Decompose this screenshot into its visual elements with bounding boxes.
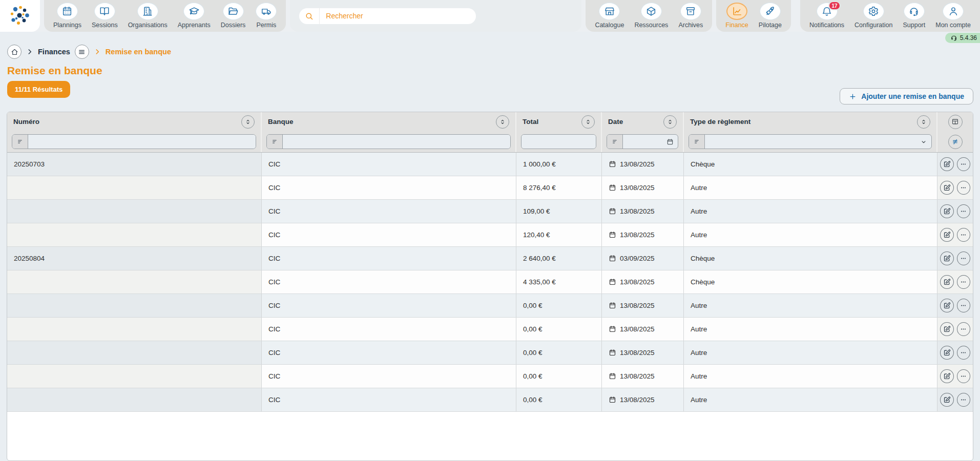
edit-row-button[interactable] [940,299,954,312]
column-settings-button[interactable] [948,115,963,129]
edit-row-button[interactable] [940,322,954,336]
nav-label: Catalogue [595,22,624,29]
cell-type: Chèque [684,247,937,270]
calendar-icon [609,278,616,286]
clear-filters-button[interactable] [948,135,963,149]
row-more-button[interactable] [957,346,971,360]
row-more-button[interactable] [957,393,971,407]
cell-numero [7,270,262,294]
chevron-down-icon[interactable] [916,135,931,149]
top-navigation-bar: Plannings Sessions Organisations Apprena… [0,0,980,32]
sort-numero-button[interactable] [241,115,255,129]
filter-menu-icon[interactable] [267,135,283,149]
row-more-button[interactable] [957,369,971,383]
results-count-badge: 11/11 Résultats [7,81,70,98]
nav-group-catalogue: Catalogue Ressources Archives [586,0,712,32]
column-label: Date [608,118,623,125]
filter-banque-input[interactable] [283,135,510,149]
app-logo[interactable] [0,0,40,32]
nav-item-catalogue[interactable]: Catalogue [590,0,629,32]
filter-menu-icon[interactable] [607,135,623,149]
user-icon [948,6,959,17]
edit-row-button[interactable] [940,393,954,407]
table-row: 20250804CIC2 640,00 €03/09/2025Chèque [7,247,973,270]
nav-item-configuration[interactable]: Configuration [849,0,898,32]
row-more-button[interactable] [957,252,971,265]
nav-item-notifications[interactable]: 17 Notifications [804,0,849,32]
row-more-button[interactable] [957,204,971,218]
filter-menu-icon[interactable] [689,135,705,149]
nav-item-organisations[interactable]: Organisations [123,0,173,32]
calendar-icon [609,255,616,262]
edit-row-button[interactable] [940,157,954,171]
nav-item-finance[interactable]: Finance [720,0,753,32]
logo-icon [9,5,31,27]
table-filter-row [7,131,973,153]
row-more-button[interactable] [957,228,971,242]
sort-total-button[interactable] [581,115,595,129]
nav-item-apprenants[interactable]: Apprenants [173,0,216,32]
nav-item-sessions[interactable]: Sessions [87,0,123,32]
edit-row-button[interactable] [940,181,954,195]
nav-item-support[interactable]: Support [898,0,930,32]
cell-type: Autre [684,176,937,199]
cell-numero [7,294,262,317]
filter-type-select[interactable] [705,135,916,149]
calendar-picker-icon[interactable] [662,135,678,149]
filter-slash-icon [951,138,959,145]
table-row: CIC0,00 €13/08/2025Autre [7,388,973,412]
home-button[interactable] [7,45,22,59]
nav-item-plannings[interactable]: Plannings [48,0,87,32]
filter-cell-date [602,131,684,152]
nav-item-dossiers[interactable]: Dossiers [216,0,251,32]
ellipsis-icon [960,184,967,192]
search-input[interactable] [320,8,476,24]
nav-item-ressources[interactable]: Ressources [629,0,673,32]
nav-item-archives[interactable]: Archives [673,0,708,32]
nav-item-mon-compte[interactable]: Mon compte [930,0,976,32]
cell-date: 13/08/2025 [602,176,684,199]
filter-menu-icon[interactable] [12,135,28,149]
sort-banque-button[interactable] [496,115,509,129]
calendar-icon [609,231,616,239]
cell-banque: CIC [262,200,516,223]
filter-date-input[interactable] [623,135,662,149]
edit-row-button[interactable] [940,275,954,289]
cell-numero [7,176,262,199]
cell-date: 13/08/2025 [602,270,684,294]
row-more-button[interactable] [957,181,971,195]
plus-icon [849,93,857,100]
row-more-button[interactable] [957,275,971,289]
nav-item-pilotage[interactable]: Pilotage [754,0,787,32]
cell-numero [7,388,262,411]
sort-date-button[interactable] [663,115,677,129]
cell-actions [937,388,973,411]
edit-row-button[interactable] [940,252,954,265]
cell-actions [937,294,973,317]
edit-row-button[interactable] [940,346,954,360]
cell-numero [7,318,262,341]
sort-type-button[interactable] [917,115,930,129]
cell-type: Autre [684,223,937,246]
calendar-icon [609,349,616,357]
ellipsis-icon [960,207,967,215]
edit-row-button[interactable] [940,228,954,242]
calendar-icon [609,207,616,215]
row-more-button[interactable] [957,157,971,171]
global-search[interactable] [299,8,476,24]
cell-banque: CIC [262,341,516,364]
column-header-numero: Numéro [7,112,262,131]
edit-row-button[interactable] [940,204,954,218]
edit-row-button[interactable] [940,369,954,383]
add-remise-button[interactable]: Ajouter une remise en banque [840,88,973,104]
breadcrumb-menu-button[interactable] [75,45,89,59]
nav-item-permis[interactable]: Permis [251,0,282,32]
cube-icon [645,6,657,17]
row-more-button[interactable] [957,322,971,336]
breadcrumb-finances[interactable]: Finances [38,48,70,56]
filter-total-input[interactable] [522,135,596,149]
nav-label: Finance [725,22,748,29]
filter-numero-input[interactable] [28,135,256,149]
nav-group-finance: Finance Pilotage [716,0,791,32]
row-more-button[interactable] [957,299,971,312]
